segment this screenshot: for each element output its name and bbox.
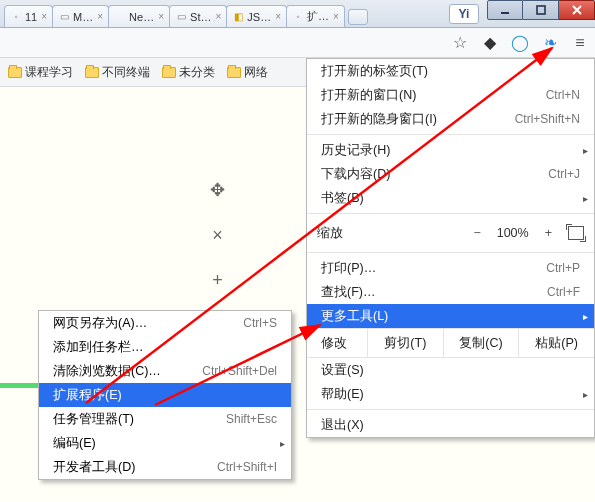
- tab-favicon: ◦: [10, 11, 22, 23]
- menu-item-new-tab[interactable]: 打开新的标签页(T): [307, 59, 594, 83]
- menu-item-exit[interactable]: 退出(X): [307, 413, 594, 437]
- tab-label: JS…: [247, 11, 271, 23]
- menu-label: 网页另存为(A)…: [53, 315, 147, 332]
- maximize-button[interactable]: [523, 0, 559, 20]
- menu-label: 书签(B): [321, 190, 364, 207]
- tab-label: New T…: [129, 11, 154, 23]
- menu-item-encoding[interactable]: 编码(E): [39, 431, 291, 455]
- browser-tab[interactable]: ◦11×: [4, 5, 53, 27]
- menu-shortcut: Ctrl+Shift+I: [217, 460, 277, 474]
- chrome-main-menu: 打开新的标签页(T) 打开新的窗口(N)Ctrl+N 打开新的隐身窗口(I)Ct…: [306, 58, 595, 438]
- menu-label: 扩展程序(E): [53, 387, 122, 404]
- menu-item-help[interactable]: 帮助(E): [307, 382, 594, 406]
- tab-label: M…: [73, 11, 93, 23]
- tab-label: 11: [25, 11, 37, 23]
- zoom-value: 100%: [497, 226, 529, 240]
- evernote-icon[interactable]: ◆: [481, 34, 499, 52]
- new-tab-button[interactable]: [348, 9, 368, 25]
- zoom-out-button[interactable]: −: [473, 226, 480, 240]
- menu-label: 编码(E): [53, 435, 96, 452]
- extension-icon[interactable]: ❧: [541, 34, 559, 52]
- svg-rect-1: [537, 6, 545, 14]
- menu-label: 查找(F)…: [321, 284, 375, 301]
- close-icon[interactable]: ×: [333, 11, 339, 22]
- tab-label: St…: [190, 11, 211, 23]
- browser-tab[interactable]: ◧JS…×: [226, 5, 287, 27]
- menu-shortcut: Ctrl+J: [548, 167, 580, 181]
- minimize-button[interactable]: [487, 0, 523, 20]
- menu-item-task-manager[interactable]: 任务管理器(T)Shift+Esc: [39, 407, 291, 431]
- extension-icon[interactable]: ◯: [511, 34, 529, 52]
- menu-label: 打开新的窗口(N): [321, 87, 416, 104]
- menu-item-print[interactable]: 打印(P)…Ctrl+P: [307, 256, 594, 280]
- bookmark-label: 不同终端: [102, 64, 150, 81]
- menu-item-history[interactable]: 历史记录(H): [307, 138, 594, 162]
- tab-favicon: ▭: [175, 11, 187, 23]
- menu-label: 缩放: [317, 225, 377, 242]
- menu-label: 帮助(E): [321, 386, 364, 403]
- close-icon[interactable]: ×: [41, 11, 47, 22]
- close-icon[interactable]: ×: [275, 11, 281, 22]
- close-icon[interactable]: ×: [212, 225, 223, 246]
- plus-icon[interactable]: +: [212, 270, 223, 291]
- window-controls-group: Yi: [449, 0, 595, 27]
- ime-indicator[interactable]: Yi: [449, 4, 479, 24]
- bookmark-folder[interactable]: 课程学习: [8, 64, 73, 81]
- close-icon[interactable]: ×: [97, 11, 103, 22]
- menu-item-bookmarks[interactable]: 书签(B): [307, 186, 594, 210]
- bookmark-label: 未分类: [179, 64, 215, 81]
- menu-item-new-window[interactable]: 打开新的窗口(N)Ctrl+N: [307, 83, 594, 107]
- menu-item-downloads[interactable]: 下载内容(D)Ctrl+J: [307, 162, 594, 186]
- menu-item-extensions[interactable]: 扩展程序(E): [39, 383, 291, 407]
- menu-icon[interactable]: ≡: [571, 34, 589, 52]
- tab-favicon: ▭: [58, 11, 70, 23]
- menu-item-find[interactable]: 查找(F)…Ctrl+F: [307, 280, 594, 304]
- close-window-button[interactable]: [559, 0, 595, 20]
- menu-label: 打开新的标签页(T): [321, 63, 428, 80]
- menu-label: 历史记录(H): [321, 142, 390, 159]
- close-icon[interactable]: ×: [216, 11, 222, 22]
- menu-item-clear-data[interactable]: 清除浏览数据(C)…Ctrl+Shift+Del: [39, 359, 291, 383]
- menu-label: 下载内容(D): [321, 166, 390, 183]
- menu-item-settings[interactable]: 设置(S): [307, 358, 594, 382]
- menu-label: 清除浏览数据(C)…: [53, 363, 161, 380]
- menu-item-save-as[interactable]: 网页另存为(A)…Ctrl+S: [39, 311, 291, 335]
- menu-item-more-tools[interactable]: 更多工具(L): [307, 304, 594, 328]
- menu-item-copy[interactable]: 复制(C): [443, 329, 519, 357]
- page-accent: [0, 383, 42, 388]
- move-icon[interactable]: ✥: [210, 179, 225, 201]
- browser-tab[interactable]: New T…×: [108, 5, 170, 27]
- menu-shortcut: Ctrl+Shift+Del: [202, 364, 277, 378]
- menu-shortcut: Ctrl+F: [547, 285, 580, 299]
- bookmark-folder[interactable]: 网络: [227, 64, 268, 81]
- browser-tab[interactable]: ▭St…×: [169, 5, 227, 27]
- menu-item-dev-tools[interactable]: 开发者工具(D)Ctrl+Shift+I: [39, 455, 291, 479]
- bookmark-label: 网络: [244, 64, 268, 81]
- menu-item-incognito[interactable]: 打开新的隐身窗口(I)Ctrl+Shift+N: [307, 107, 594, 131]
- menu-label: 打开新的隐身窗口(I): [321, 111, 437, 128]
- tab-label: 扩…: [307, 9, 329, 24]
- bookmark-folder[interactable]: 不同终端: [85, 64, 150, 81]
- menu-item-cut[interactable]: 剪切(T): [367, 329, 443, 357]
- menu-label: 设置(S): [321, 362, 364, 379]
- window-titlebar: ◦11× ▭M…× New T…× ▭St…× ◧JS…× ◦扩…× Yi: [0, 0, 595, 28]
- browser-tab[interactable]: ◦扩…×: [286, 5, 345, 27]
- zoom-in-button[interactable]: +: [545, 226, 552, 240]
- tab-favicon: ◦: [292, 11, 304, 23]
- menu-label: 修改: [307, 335, 367, 352]
- browser-toolbar: ☆ ◆ ◯ ❧ ≡: [0, 28, 595, 58]
- menu-item-paste[interactable]: 粘贴(P): [518, 329, 594, 357]
- menu-label: 退出(X): [321, 417, 364, 434]
- close-icon[interactable]: ×: [158, 11, 164, 22]
- menu-label: 任务管理器(T): [53, 411, 134, 428]
- bookmark-folder[interactable]: 未分类: [162, 64, 215, 81]
- browser-tab[interactable]: ▭M…×: [52, 5, 109, 27]
- star-icon[interactable]: ☆: [451, 34, 469, 52]
- page-mini-tools: ✥ × +: [210, 179, 225, 291]
- fullscreen-icon[interactable]: [568, 226, 584, 240]
- menu-row-edit: 修改 剪切(T) 复制(C) 粘贴(P): [307, 328, 594, 358]
- more-tools-submenu: 网页另存为(A)…Ctrl+S 添加到任务栏… 清除浏览数据(C)…Ctrl+S…: [38, 310, 292, 480]
- folder-icon: [8, 67, 22, 78]
- menu-label: 开发者工具(D): [53, 459, 135, 476]
- menu-item-add-to-taskbar[interactable]: 添加到任务栏…: [39, 335, 291, 359]
